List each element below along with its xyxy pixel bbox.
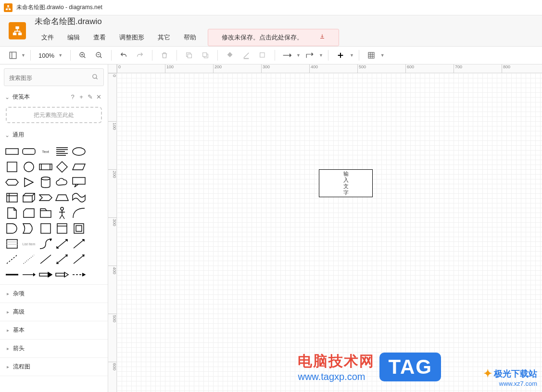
category-advanced[interactable]: ▸高级 <box>0 303 108 321</box>
waypoints-button[interactable] <box>303 48 317 63</box>
menu-file[interactable]: 文件 <box>35 31 61 44</box>
line-color-button[interactable] <box>239 48 253 63</box>
shape-ellipse[interactable] <box>72 145 87 158</box>
shape-rounded-rect[interactable] <box>22 145 37 158</box>
shape-link[interactable] <box>5 268 20 281</box>
shape-step[interactable] <box>38 191 53 204</box>
search-input[interactable] <box>9 75 92 81</box>
shape-blank8[interactable] <box>88 253 103 266</box>
shape-text-block[interactable] <box>55 145 70 158</box>
shape-hexagon[interactable] <box>5 176 20 189</box>
diagram-text-shape[interactable]: 输 入 文 字 <box>319 169 373 197</box>
shape-frame[interactable] <box>72 222 87 235</box>
shape-dir-line[interactable] <box>72 253 87 266</box>
table-button[interactable] <box>364 48 378 63</box>
zoom-in-button[interactable] <box>76 48 90 63</box>
menu-extras[interactable]: 其它 <box>151 31 177 44</box>
zoom-control[interactable]: 100%▼ <box>36 52 65 59</box>
shape-container[interactable] <box>38 222 53 235</box>
shape-blank5[interactable] <box>88 206 103 220</box>
shape-arrow-block[interactable] <box>38 268 53 281</box>
insert-button[interactable] <box>333 48 348 63</box>
to-front-button[interactable] <box>182 48 196 63</box>
shape-blank3[interactable] <box>88 176 103 189</box>
shape-trapezoid[interactable] <box>55 191 70 204</box>
menu-edit[interactable]: 编辑 <box>61 31 87 44</box>
shape-actor[interactable] <box>55 206 70 220</box>
general-shapes-header[interactable]: ⌄ 通用 <box>0 128 108 142</box>
shape-arrow-dashed[interactable] <box>72 268 87 281</box>
to-back-button[interactable] <box>198 48 213 63</box>
shape-arrow-thin[interactable] <box>22 268 37 281</box>
shape-bidir-arrow[interactable] <box>55 237 70 251</box>
shape-folder[interactable] <box>38 206 53 220</box>
shape-bidir-line[interactable] <box>55 253 70 266</box>
menu-view[interactable]: 查看 <box>87 31 113 44</box>
help-icon[interactable]: ? <box>68 93 77 101</box>
undo-button[interactable] <box>116 48 131 63</box>
save-notice[interactable]: 修改未保存。点击此处保存。 <box>208 29 339 46</box>
shape-process[interactable] <box>38 160 53 174</box>
shape-diamond[interactable] <box>55 160 70 174</box>
shape-rectangle[interactable] <box>5 145 20 158</box>
shape-line[interactable] <box>38 253 53 266</box>
view-mode-button[interactable] <box>6 48 20 63</box>
category-flowchart[interactable]: ▸流程图 <box>0 358 108 376</box>
shape-internal-storage[interactable] <box>5 191 20 204</box>
shape-arrow-open[interactable] <box>55 268 70 281</box>
category-basic[interactable]: ▸基本 <box>0 321 108 340</box>
shape-blank2[interactable] <box>88 160 103 174</box>
menu-help[interactable]: 帮助 <box>177 31 203 44</box>
shape-cube[interactable] <box>22 191 37 204</box>
connection-button[interactable] <box>280 48 294 63</box>
shape-list-item[interactable]: List Item <box>22 237 37 251</box>
edit-icon[interactable]: ✎ <box>86 93 94 101</box>
shape-blank9[interactable] <box>88 268 103 281</box>
shape-cloud[interactable] <box>55 176 70 189</box>
shape-or[interactable] <box>22 222 37 235</box>
shape-titled-container[interactable] <box>55 222 70 235</box>
shape-curve[interactable] <box>72 206 87 220</box>
shape-list[interactable] <box>5 237 20 251</box>
canvas[interactable]: 输 入 文 字 电脑技术网 www.tagxp.com TAG ✦极光下载站 w… <box>117 73 542 392</box>
zoom-out-button[interactable] <box>92 48 106 63</box>
shape-arrow[interactable] <box>72 237 87 251</box>
shape-text[interactable]: Text <box>38 145 53 158</box>
shape-blank[interactable] <box>88 145 103 158</box>
shape-triangle[interactable] <box>22 176 37 189</box>
chevron-down-icon[interactable]: ▼ <box>296 53 301 58</box>
shape-and[interactable] <box>5 222 20 235</box>
search-icon[interactable] <box>92 74 99 82</box>
redo-button[interactable] <box>133 48 147 63</box>
chevron-down-icon[interactable]: ▼ <box>21 53 25 58</box>
shape-parallelogram[interactable] <box>72 160 87 174</box>
shape-square[interactable] <box>5 160 20 174</box>
shape-cylinder[interactable] <box>38 176 53 189</box>
chevron-down-icon[interactable]: ▼ <box>350 53 354 58</box>
close-icon[interactable]: ✕ <box>94 93 103 101</box>
scratchpad-header[interactable]: ⌄ 便笺本 ? + ✎ ✕ <box>0 90 108 104</box>
shape-callout[interactable] <box>72 176 87 189</box>
add-icon[interactable]: + <box>77 93 86 101</box>
shape-blank6[interactable] <box>88 222 103 235</box>
shape-dotted[interactable] <box>22 253 37 266</box>
chevron-down-icon[interactable]: ▼ <box>380 53 385 58</box>
chevron-down-icon[interactable]: ▼ <box>319 53 323 58</box>
shadow-button[interactable] <box>255 48 270 63</box>
shape-s-curve[interactable] <box>38 237 53 251</box>
shape-tape[interactable] <box>72 191 87 204</box>
shape-note[interactable] <box>5 206 20 220</box>
document-title[interactable]: 未命名绘图.drawio <box>35 16 339 27</box>
fill-color-button[interactable] <box>223 48 237 63</box>
delete-button[interactable] <box>157 48 172 63</box>
shape-dashed[interactable] <box>5 253 20 266</box>
shape-circle[interactable] <box>22 160 37 174</box>
shape-blank4[interactable] <box>88 191 103 204</box>
category-misc[interactable]: ▸杂项 <box>0 285 108 303</box>
search-box[interactable] <box>4 68 104 86</box>
shape-blank7[interactable] <box>88 237 103 251</box>
menu-format[interactable]: 调整图形 <box>113 31 151 44</box>
category-arrows[interactable]: ▸箭头 <box>0 340 108 358</box>
shape-card[interactable] <box>22 206 37 220</box>
scratchpad-dropzone[interactable]: 把元素拖至此处 <box>6 107 102 123</box>
